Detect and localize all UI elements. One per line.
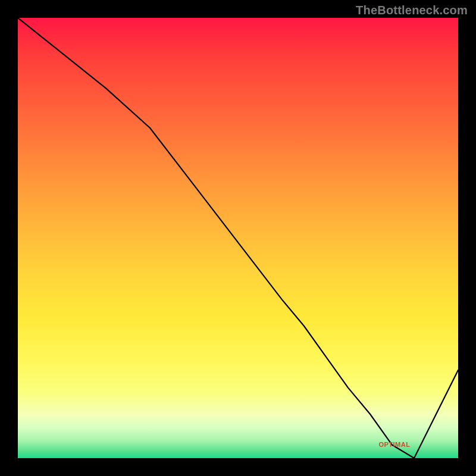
chart-frame: TheBottleneck.com OPTIMAL <box>0 0 476 476</box>
bottleneck-curve <box>18 18 458 458</box>
plot-area: OPTIMAL <box>18 18 458 458</box>
optimal-range-label: OPTIMAL <box>378 441 410 448</box>
watermark-text: TheBottleneck.com <box>356 4 468 17</box>
curve-path <box>18 18 458 458</box>
